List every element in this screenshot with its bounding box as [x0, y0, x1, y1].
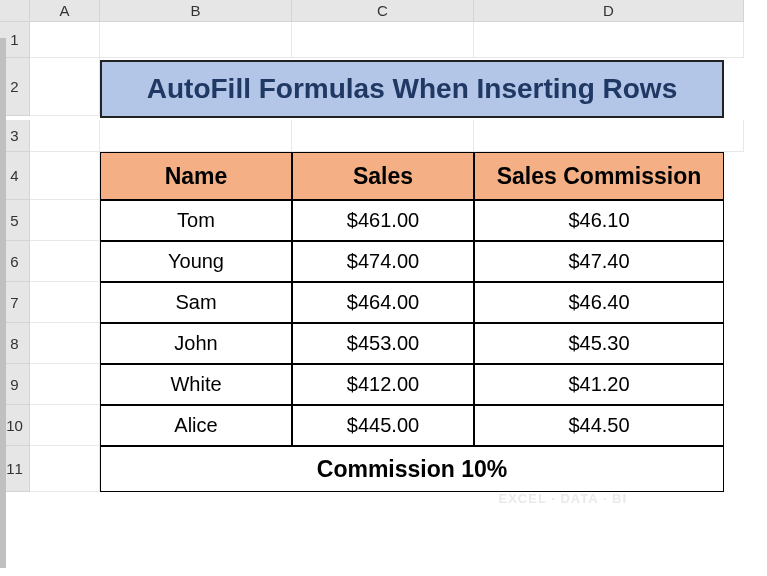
cell-A10[interactable]	[30, 405, 100, 446]
cell-C1[interactable]	[292, 22, 474, 58]
cell-A8[interactable]	[30, 323, 100, 364]
cell-A7[interactable]	[30, 282, 100, 323]
title-banner[interactable]: AutoFill Formulas When Inserting Rows	[100, 60, 724, 118]
table-row[interactable]: $47.40	[474, 241, 724, 282]
table-row[interactable]: Tom	[100, 200, 292, 241]
cell-A11[interactable]	[30, 446, 100, 492]
commission-footer[interactable]: Commission 10%	[100, 446, 724, 492]
table-row[interactable]: Alice	[100, 405, 292, 446]
col-header-D[interactable]: D	[474, 0, 744, 22]
cell-A9[interactable]	[30, 364, 100, 405]
table-row[interactable]: $44.50	[474, 405, 724, 446]
table-row[interactable]: $453.00	[292, 323, 474, 364]
watermark: EXCEL · DATA · BI	[499, 491, 627, 506]
table-row[interactable]: $445.00	[292, 405, 474, 446]
table-row[interactable]: Young	[100, 241, 292, 282]
table-row[interactable]: $464.00	[292, 282, 474, 323]
header-sales[interactable]: Sales	[292, 152, 474, 200]
cell-D1[interactable]	[474, 22, 744, 58]
table-row[interactable]: John	[100, 323, 292, 364]
cell-B3[interactable]	[100, 120, 292, 152]
vertical-scrollbar[interactable]	[0, 38, 6, 568]
table-row[interactable]: $474.00	[292, 241, 474, 282]
cell-A2[interactable]	[30, 58, 100, 116]
col-header-A[interactable]: A	[30, 0, 100, 22]
cell-A1[interactable]	[30, 22, 100, 58]
cell-A3[interactable]	[30, 120, 100, 152]
table-row[interactable]: $41.20	[474, 364, 724, 405]
spreadsheet-grid: A B C D 1 2 AutoFill Formulas When Inser…	[0, 0, 767, 492]
cell-B1[interactable]	[100, 22, 292, 58]
table-row[interactable]: $46.10	[474, 200, 724, 241]
cell-A4[interactable]	[30, 152, 100, 200]
cell-A6[interactable]	[30, 241, 100, 282]
table-row[interactable]: $461.00	[292, 200, 474, 241]
cell-D3[interactable]	[474, 120, 744, 152]
select-all-corner[interactable]	[0, 0, 30, 22]
table-row[interactable]: $45.30	[474, 323, 724, 364]
table-row[interactable]: White	[100, 364, 292, 405]
col-header-B[interactable]: B	[100, 0, 292, 22]
table-row[interactable]: $46.40	[474, 282, 724, 323]
header-commission[interactable]: Sales Commission	[474, 152, 724, 200]
header-name[interactable]: Name	[100, 152, 292, 200]
table-row[interactable]: $412.00	[292, 364, 474, 405]
cell-C3[interactable]	[292, 120, 474, 152]
col-header-C[interactable]: C	[292, 0, 474, 22]
cell-A5[interactable]	[30, 200, 100, 241]
table-row[interactable]: Sam	[100, 282, 292, 323]
